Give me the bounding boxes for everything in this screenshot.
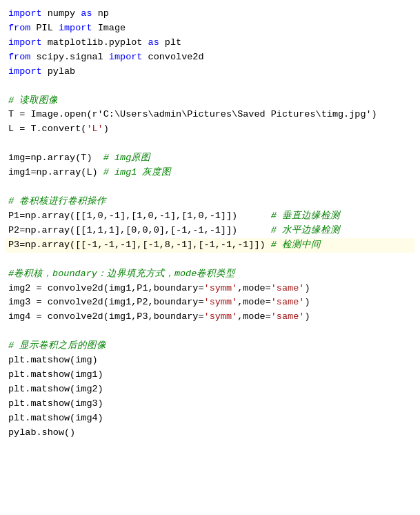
token-plain: ,mode=	[237, 295, 271, 310]
token-cmt: # img1 灰度图	[103, 166, 172, 180]
token-cmt: # 读取图像	[8, 94, 58, 108]
code-line: P1=np.array([[1,0,-1],[1,0,-1],[1,0,-1]]…	[6, 209, 414, 224]
token-plain: )	[304, 295, 310, 310]
token-cmt: #卷积核，boundary：边界填充方式，mode卷积类型	[8, 267, 235, 282]
token-plain: T = Image.open(r'C:\Users\admin\Pictures…	[8, 108, 377, 122]
code-line	[6, 79, 414, 94]
token-plain: P3=np.array([[-1,-1,-1],[-1,8,-1],[-1,-1…	[8, 238, 271, 253]
token-cmt: # 水平边缘检测	[271, 224, 340, 238]
code-line: T = Image.open(r'C:\Users\admin\Pictures…	[6, 108, 414, 122]
token-plain: plt.matshow(img1)	[8, 368, 103, 382]
token-plain: img3 = convolve2d(img1,P2,boundary=	[8, 295, 204, 310]
token-plain: scipy.signal	[30, 50, 108, 65]
token-plain: convolve2d	[142, 50, 203, 65]
token-plain: numpy	[42, 7, 81, 21]
token-plain: img1=np.array(L)	[8, 166, 103, 180]
code-line	[6, 180, 414, 195]
code-line: plt.matshow(img4)	[6, 411, 414, 426]
code-line: img1=np.array(L) # img1 灰度图	[6, 166, 414, 180]
token-plain: )	[103, 122, 109, 137]
token-plain: L = T.convert(	[8, 122, 86, 137]
token-kw: import	[8, 7, 42, 21]
code-line	[6, 253, 414, 267]
code-line: plt.matshow(img2)	[6, 382, 414, 397]
token-str: 'symm'	[204, 295, 238, 310]
code-line: # 卷积核进行卷积操作	[6, 195, 414, 209]
code-line	[6, 137, 414, 151]
token-str: 'same'	[271, 282, 305, 296]
code-line: from PIL import Image	[6, 21, 414, 36]
token-plain: img2 = convolve2d(img1,P1,boundary=	[8, 282, 204, 296]
code-line: img2 = convolve2d(img1,P1,boundary='symm…	[6, 282, 414, 296]
token-plain: ,mode=	[237, 282, 271, 296]
token-plain: pylab.show()	[8, 426, 75, 440]
code-line: img4 = convolve2d(img1,P3,boundary='symm…	[6, 310, 414, 324]
token-plain: plt.matshow(img4)	[8, 411, 103, 426]
code-line: # 显示卷积之后的图像	[6, 339, 414, 353]
token-plain: img4 = convolve2d(img1,P3,boundary=	[8, 310, 204, 324]
code-line: L = T.convert('L')	[6, 122, 414, 137]
code-line: P3=np.array([[-1,-1,-1],[-1,8,-1],[-1,-1…	[6, 238, 414, 253]
token-kw: as	[81, 7, 92, 21]
token-plain: ,mode=	[237, 310, 271, 324]
code-line	[6, 324, 414, 339]
code-line: #卷积核，boundary：边界填充方式，mode卷积类型	[6, 267, 414, 282]
code-line: img=np.array(T) # img原图	[6, 151, 414, 166]
token-plain: P1=np.array([[1,0,-1],[1,0,-1],[1,0,-1]]…	[8, 209, 271, 224]
token-kw: import	[109, 50, 143, 65]
code-line: plt.matshow(img)	[6, 353, 414, 368]
code-line: import pylab	[6, 65, 414, 79]
token-str: 'symm'	[204, 310, 238, 324]
token-str: 'L'	[86, 122, 103, 137]
code-line: # 读取图像	[6, 94, 414, 108]
token-str: 'same'	[271, 310, 305, 324]
token-cmt: # 显示卷积之后的图像	[8, 339, 106, 353]
token-cmt: # 卷积核进行卷积操作	[8, 195, 106, 209]
token-plain: img=np.array(T)	[8, 151, 103, 166]
token-kw: import	[8, 65, 42, 79]
token-cmt: # img原图	[103, 151, 151, 166]
token-cmt: # 垂直边缘检测	[271, 209, 340, 224]
code-line: import matplotlib.pyplot as plt	[6, 36, 414, 50]
code-editor: import numpy as npfrom PIL import Imagei…	[0, 0, 420, 515]
token-kw: from	[8, 21, 30, 36]
token-plain: np	[92, 7, 109, 21]
code-line: plt.matshow(img1)	[6, 368, 414, 382]
code-line: import numpy as np	[6, 7, 414, 21]
token-plain: )	[304, 282, 310, 296]
token-plain: matplotlib.pyplot	[42, 36, 148, 50]
token-str: 'symm'	[204, 282, 238, 296]
token-plain: )	[304, 310, 310, 324]
token-plain: Image	[92, 21, 126, 36]
token-kw: import	[8, 36, 42, 50]
token-plain: pylab	[42, 65, 76, 79]
code-line: plt.matshow(img3)	[6, 397, 414, 411]
token-str: 'same'	[271, 295, 305, 310]
code-line: from scipy.signal import convolve2d	[6, 50, 414, 65]
code-line: P2=np.array([[1,1,1],[0,0,0],[-1,-1,-1]]…	[6, 224, 414, 238]
token-plain: plt.matshow(img)	[8, 353, 98, 368]
token-plain: plt.matshow(img2)	[8, 382, 103, 397]
token-plain: plt.matshow(img3)	[8, 397, 103, 411]
code-line: pylab.show()	[6, 426, 414, 440]
token-cmt: # 检测中间	[271, 238, 321, 253]
token-kw: import	[59, 21, 92, 36]
token-plain: plt	[159, 36, 181, 50]
token-plain: P2=np.array([[1,1,1],[0,0,0],[-1,-1,-1]]…	[8, 224, 271, 238]
code-line: img3 = convolve2d(img1,P2,boundary='symm…	[6, 295, 414, 310]
token-kw: from	[8, 50, 30, 65]
token-plain: PIL	[30, 21, 59, 36]
token-kw: as	[148, 36, 159, 50]
